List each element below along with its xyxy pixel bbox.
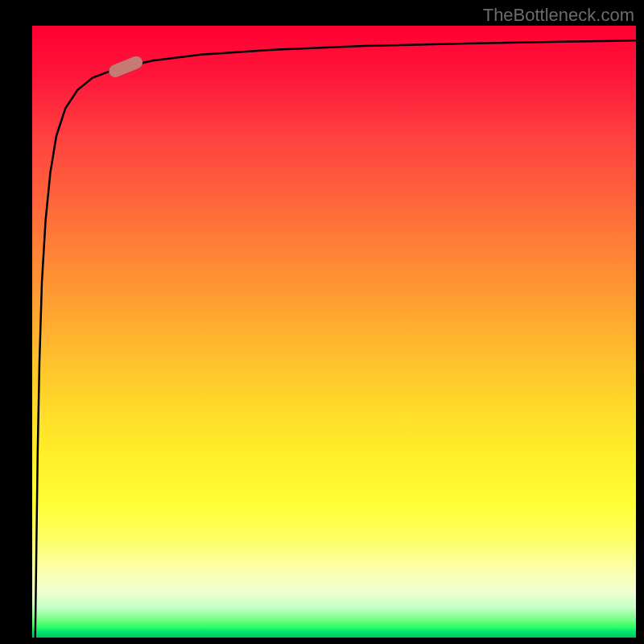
svg-rect-0 <box>107 54 145 79</box>
bottleneck-curve <box>35 40 636 638</box>
chart-frame: TheBottleneck.com <box>0 0 644 644</box>
curve-svg <box>32 26 636 638</box>
watermark-text: TheBottleneck.com <box>483 5 634 26</box>
plot-area <box>32 26 636 638</box>
highlight-marker <box>107 54 145 79</box>
